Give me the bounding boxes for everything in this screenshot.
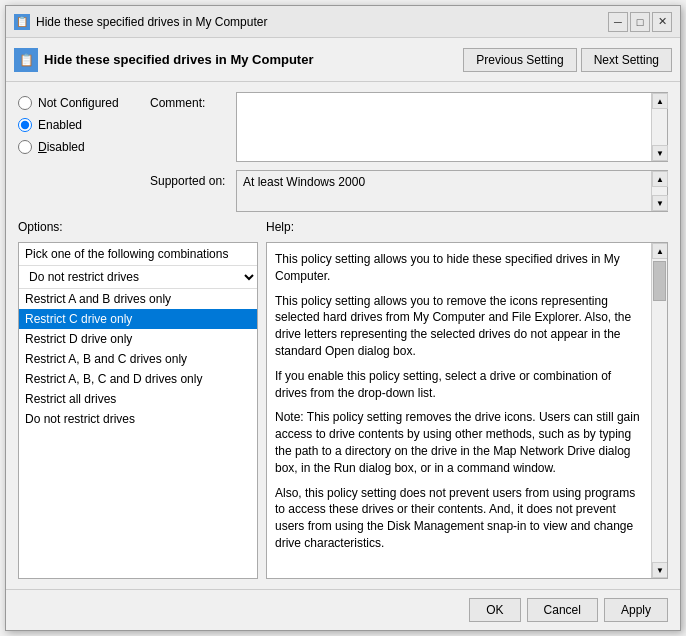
help-content: This policy setting allows you to hide t… — [266, 242, 668, 579]
previous-setting-button[interactable]: Previous Setting — [463, 48, 576, 72]
list-item[interactable]: Do not restrict drives — [19, 409, 257, 429]
header-icon: 📋 — [14, 48, 38, 72]
help-panel: This policy setting allows you to hide t… — [266, 242, 668, 579]
options-help-section: Pick one of the following combinations D… — [18, 242, 668, 579]
disabled-label: Disabled — [38, 140, 85, 154]
header-left: 📋 Hide these specified drives in My Comp… — [14, 48, 313, 72]
cancel-button[interactable]: Cancel — [527, 598, 598, 622]
options-panel: Pick one of the following combinations D… — [18, 242, 258, 579]
options-title-wrap: Options: — [18, 220, 258, 234]
ok-button[interactable]: OK — [469, 598, 520, 622]
help-scroll-up[interactable]: ▲ — [652, 243, 668, 259]
list-item-selected[interactable]: Restrict C drive only — [19, 309, 257, 329]
list-item[interactable]: Restrict A and B drives only — [19, 289, 257, 309]
dropdown-row: Do not restrict drives — [19, 266, 257, 289]
content-area: Not Configured Enabled Disabled Comment: — [6, 82, 680, 589]
comment-scroll-body — [652, 109, 667, 145]
window-controls: ─ □ ✕ — [608, 12, 672, 32]
radio-group: Not Configured Enabled Disabled — [18, 92, 138, 212]
help-p5: Also, this policy setting does not preve… — [275, 485, 643, 552]
header-buttons: Previous Setting Next Setting — [463, 48, 672, 72]
maximize-button[interactable]: □ — [630, 12, 650, 32]
minimize-button[interactable]: ─ — [608, 12, 628, 32]
list-item[interactable]: Restrict D drive only — [19, 329, 257, 349]
drive-dropdown[interactable]: Do not restrict drives — [19, 266, 257, 288]
supported-wrapper: At least Windows 2000 ▲ ▼ — [236, 170, 668, 212]
pick-label: Pick one of the following combinations — [19, 243, 257, 266]
window-title: Hide these specified drives in My Comput… — [36, 15, 267, 29]
supported-value: At least Windows 2000 — [237, 171, 651, 211]
supported-scroll-track: ▲ ▼ — [651, 171, 667, 211]
help-p1: This policy setting allows you to hide t… — [275, 251, 643, 285]
comment-textarea[interactable] — [237, 93, 651, 161]
apply-button[interactable]: Apply — [604, 598, 668, 622]
help-title-wrap: Help: — [266, 220, 668, 234]
help-p4: Note: This policy setting removes the dr… — [275, 409, 643, 476]
section-labels: Options: Help: — [18, 220, 668, 234]
enabled-radio[interactable]: Enabled — [18, 118, 138, 132]
comment-scroll-track: ▲ ▼ — [651, 93, 667, 161]
supported-label: Supported on: — [150, 170, 230, 188]
comment-label: Comment: — [150, 92, 230, 110]
disabled-radio[interactable]: Disabled — [18, 140, 138, 154]
help-scroll-track — [652, 301, 667, 562]
title-bar-left: 📋 Hide these specified drives in My Comp… — [14, 14, 267, 30]
help-p2: This policy setting allows you to remove… — [275, 293, 643, 360]
right-section: Comment: ▲ ▼ Supported on: At least Wind… — [150, 92, 668, 212]
help-scrollbar: ▲ ▼ — [651, 243, 667, 578]
help-scroll-down[interactable]: ▼ — [652, 562, 668, 578]
list-item[interactable]: Restrict all drives — [19, 389, 257, 409]
options-content: Pick one of the following combinations D… — [18, 242, 258, 579]
help-scroll-thumb[interactable] — [653, 261, 666, 301]
not-configured-label: Not Configured — [38, 96, 119, 110]
options-title: Options: — [18, 220, 63, 234]
supported-scroll-body — [652, 187, 667, 195]
comment-field-group: Comment: ▲ ▼ — [150, 92, 668, 162]
help-title: Help: — [266, 220, 294, 234]
not-configured-radio[interactable]: Not Configured — [18, 96, 138, 110]
enabled-label: Enabled — [38, 118, 82, 132]
supported-field-group: Supported on: At least Windows 2000 ▲ ▼ — [150, 170, 668, 212]
comment-scroll-down[interactable]: ▼ — [652, 145, 668, 161]
dropdown-list: Restrict A and B drives only Restrict C … — [19, 289, 257, 578]
list-item[interactable]: Restrict A, B, C and D drives only — [19, 369, 257, 389]
header-title: Hide these specified drives in My Comput… — [44, 52, 313, 67]
supported-scroll-down[interactable]: ▼ — [652, 195, 668, 211]
title-bar: 📋 Hide these specified drives in My Comp… — [6, 6, 680, 38]
supported-scroll-up[interactable]: ▲ — [652, 171, 668, 187]
close-button[interactable]: ✕ — [652, 12, 672, 32]
footer: OK Cancel Apply — [6, 589, 680, 630]
help-p3: If you enable this policy setting, selec… — [275, 368, 643, 402]
comment-scroll-up[interactable]: ▲ — [652, 93, 668, 109]
next-setting-button[interactable]: Next Setting — [581, 48, 672, 72]
main-window: 📋 Hide these specified drives in My Comp… — [5, 5, 681, 631]
window-icon: 📋 — [14, 14, 30, 30]
help-text: This policy setting allows you to hide t… — [267, 243, 651, 578]
header-bar: 📋 Hide these specified drives in My Comp… — [6, 38, 680, 82]
top-section: Not Configured Enabled Disabled Comment: — [18, 92, 668, 212]
list-item[interactable]: Restrict A, B and C drives only — [19, 349, 257, 369]
comment-textarea-wrapper: ▲ ▼ — [236, 92, 668, 162]
